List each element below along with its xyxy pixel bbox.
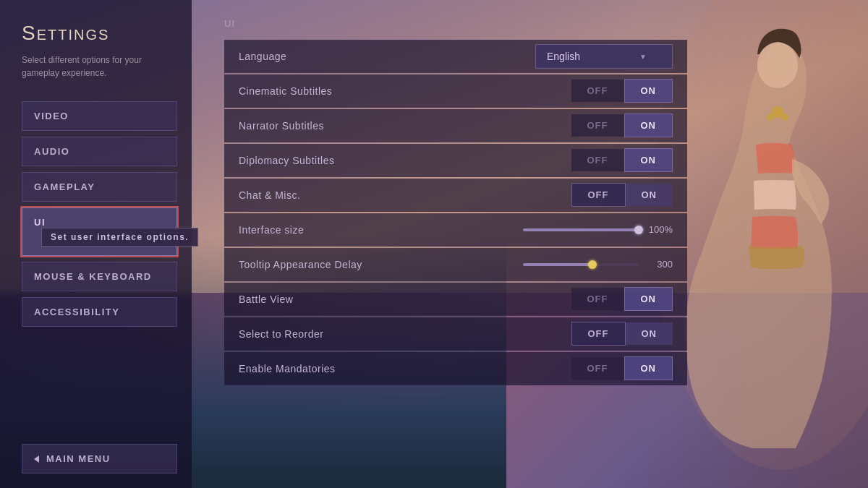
narrator-on[interactable]: ON: [624, 114, 673, 137]
setting-label-tooltip-delay: Tooltip Appearance Delay: [239, 259, 523, 270]
nav-video[interactable]: VIDEO: [22, 101, 177, 131]
ui-tooltip: Set user interface options.: [41, 228, 198, 247]
tooltip-delay-slider[interactable]: [523, 263, 639, 266]
setting-label-chat: Chat & Misc.: [239, 189, 571, 201]
setting-label-narrator: Narrator Subtitles: [239, 120, 571, 132]
main-menu-button[interactable]: MAIN MENU: [22, 444, 177, 474]
battle-view-off[interactable]: OFF: [571, 288, 624, 310]
reorder-off[interactable]: OFF: [571, 322, 626, 346]
cinematic-toggle: OFF ON: [571, 79, 673, 103]
chevron-left-icon: [34, 455, 39, 463]
diplomacy-off[interactable]: OFF: [571, 149, 624, 171]
narrator-toggle: OFF ON: [571, 114, 673, 137]
chat-on[interactable]: ON: [626, 184, 673, 206]
setting-row-reorder: Select to Reorder OFF ON: [224, 317, 687, 351]
cinematic-on[interactable]: ON: [624, 79, 673, 103]
diplomacy-on[interactable]: ON: [624, 148, 673, 172]
setting-label-diplomacy: Diplomacy Subtitles: [239, 155, 571, 166]
chat-toggle: OFF ON: [571, 183, 673, 207]
mandatories-toggle: OFF ON: [571, 356, 673, 380]
setting-row-tooltip-delay: Tooltip Appearance Delay 300: [224, 248, 687, 281]
nav-ui[interactable]: UI Set user interface options.: [22, 207, 177, 256]
setting-row-language: Language English ▼: [224, 40, 687, 73]
battle-view-toggle: OFF ON: [571, 287, 673, 311]
nav-gameplay[interactable]: GAMEPLAY: [22, 172, 177, 202]
battle-view-on[interactable]: ON: [624, 287, 673, 311]
page-title: Settings: [22, 22, 177, 45]
setting-label-mandatories: Enable Mandatories: [239, 363, 571, 374]
setting-label-interface-size: Interface size: [239, 224, 523, 236]
section-label: UI: [224, 14, 687, 29]
nav-audio[interactable]: AUDIO: [22, 137, 177, 166]
cinematic-off[interactable]: OFF: [571, 80, 624, 102]
language-control: English ▼: [535, 44, 673, 69]
setting-row-narrator: Narrator Subtitles OFF ON: [224, 109, 687, 142]
setting-row-interface-size: Interface size 100%: [224, 213, 687, 247]
right-panel: UI Language English ▼ Cinematic Subtitle…: [203, 0, 709, 488]
mandatories-off[interactable]: OFF: [571, 357, 624, 380]
narrator-off[interactable]: OFF: [571, 114, 624, 137]
language-dropdown[interactable]: English ▼: [535, 44, 673, 69]
tooltip-delay-value: 300: [647, 259, 673, 270]
nav-accessibility[interactable]: ACCESSIBILITY: [22, 297, 177, 327]
setting-row-mandatories: Enable Mandatories OFF ON: [224, 352, 687, 385]
setting-label-battle-view: Battle View: [239, 294, 571, 305]
dropdown-arrow-icon: ▼: [639, 53, 647, 61]
mandatories-on[interactable]: ON: [624, 356, 673, 380]
left-panel: Settings Select different options for yo…: [0, 0, 192, 488]
tooltip-delay-control: 300: [523, 259, 673, 270]
interface-size-control: 100%: [523, 224, 673, 235]
setting-row-battle-view: Battle View OFF ON: [224, 283, 687, 316]
setting-label-language: Language: [239, 51, 535, 62]
settings-list: Language English ▼ Cinematic Subtitles O…: [224, 40, 687, 385]
setting-row-chat: Chat & Misc. OFF ON: [224, 179, 687, 212]
diplomacy-toggle: OFF ON: [571, 148, 673, 172]
nav-mouse[interactable]: MOUSE & KEYBOARD: [22, 262, 177, 291]
interface-size-value: 100%: [647, 224, 673, 235]
nav-buttons: VIDEO AUDIO GAMEPLAY UI Set user interfa…: [22, 101, 177, 444]
reorder-on[interactable]: ON: [626, 322, 673, 345]
interface-size-slider[interactable]: [523, 228, 639, 231]
setting-row-diplomacy: Diplomacy Subtitles OFF ON: [224, 144, 687, 177]
chat-off[interactable]: OFF: [571, 183, 626, 207]
setting-row-cinematic: Cinematic Subtitles OFF ON: [224, 74, 687, 108]
setting-label-cinematic: Cinematic Subtitles: [239, 85, 571, 97]
setting-label-reorder: Select to Reorder: [239, 328, 571, 340]
page-subtitle: Select different options for your gamepl…: [22, 53, 177, 80]
reorder-toggle: OFF ON: [571, 322, 673, 346]
